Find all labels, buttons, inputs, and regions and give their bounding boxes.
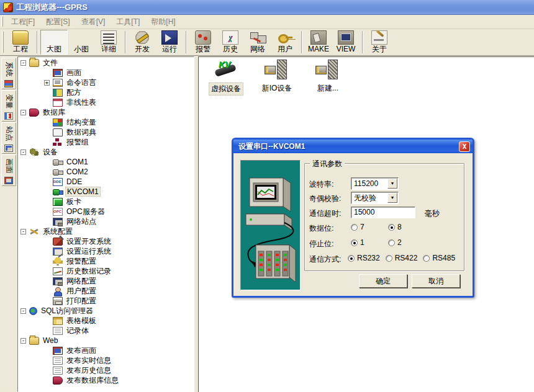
tree-item[interactable]: + 命令语言 [18,78,194,87]
toolbar-button[interactable]: MAKE [305,30,332,55]
cancel-button[interactable]: 取消 [412,274,460,288]
tree-item[interactable]: - 数据库 [18,107,194,117]
device-item[interactable]: 新建... [305,60,350,96]
tree-item[interactable]: 表格模板 [18,316,194,326]
tree-item[interactable]: 配方 [18,87,194,97]
side-tab[interactable]: 变量 [1,90,16,122]
radio-option[interactable]: RS485 [423,254,455,262]
tree-item-label: 发布实时信息 [65,355,112,366]
radio-option[interactable]: 7 [351,223,388,231]
project-icon [12,30,29,45]
timeout-input[interactable]: 15000 [351,207,415,218]
parity-select[interactable]: 无校验 ▼ [351,192,399,204]
toolbar-button[interactable]: 用户 [271,30,299,55]
tree-item[interactable]: 打印配置 [18,296,194,306]
tree-item[interactable]: COM1 [18,157,194,167]
toolbar-button[interactable]: 网络 [244,30,271,55]
toolbar-button[interactable]: 历史 [217,30,244,55]
io-device-icon [265,60,289,81]
screen-icon [53,69,63,77]
tree-expander-icon[interactable]: - [20,338,26,344]
side-tab[interactable]: 系统 [1,58,16,89]
tree-item[interactable]: 设置运行系统 [18,246,194,256]
folder-icon [29,59,39,67]
baud-rate-select[interactable]: 115200 ▼ [351,177,399,190]
tree-item[interactable]: 网络站点 [18,216,194,226]
device-item[interactable]: 新IO设备 [255,60,299,96]
tree-expander-icon[interactable]: - [20,60,26,66]
tree-item[interactable]: 报警配置 [18,256,194,266]
menu-item[interactable]: 查看[V] [76,16,111,28]
radio-icon [351,239,358,246]
chevron-down-icon[interactable]: ▼ [387,193,397,203]
opc-icon [53,208,63,216]
tree-item[interactable]: 发布数据库信息 [18,375,194,385]
side-tab[interactable]: 画面 [1,154,16,186]
close-icon[interactable]: X [459,141,470,152]
tree-item[interactable]: 画面 [18,68,194,78]
menu-item[interactable]: 工程[F] [6,16,40,28]
tree-item[interactable]: OPC服务器 [18,207,194,216]
menu-item[interactable]: 工具[T] [111,16,145,28]
chevron-down-icon[interactable]: ▼ [387,179,397,189]
tree-expander-icon[interactable]: - [20,110,26,115]
toolbar-button[interactable]: 关于 [366,30,393,55]
tree-item[interactable]: - Web [18,336,194,345]
toolbar-button-label: 小图 [74,45,89,53]
tree-item[interactable]: 板卡 [18,197,194,207]
view-icon [338,30,354,45]
toolbar-button-label: 运行 [162,45,177,53]
tree-item[interactable]: 发布画面 [18,345,194,355]
radio-option[interactable]: 8 [388,223,425,231]
tree-item[interactable]: 报警组 [18,137,194,147]
tree-item[interactable]: - 设备 [18,147,194,157]
tree-item[interactable]: 结构变量 [18,117,194,127]
tree-item[interactable]: 网络配置 [18,276,194,286]
device-item[interactable]: 虚拟设备 [204,60,248,96]
tree-item[interactable]: 用户配置 [18,286,194,296]
tree-item[interactable]: 设置开发系统 [18,236,194,246]
comm-mode-label: 通信方式: [309,254,341,265]
toolbar-button[interactable]: 大图 [40,30,68,55]
tree-expander-icon[interactable]: - [20,149,26,155]
toolbar-separator [301,31,302,53]
toolbar-button[interactable]: 运行 [156,30,183,55]
sql-icon [29,307,37,315]
menu-item[interactable]: 配置[S] [40,16,76,28]
toolbar-button[interactable]: 开发 [129,30,156,55]
tree-item[interactable]: - 系统配置 [18,226,194,236]
tree-item[interactable]: 非线性表 [18,97,194,107]
tree-item-label: 板卡 [65,197,83,207]
radio-option[interactable]: 1 [351,238,388,247]
dialog-titlebar: 设置串口--KVCOM1 X [233,140,473,153]
tree-item[interactable]: 发布实时信息 [18,355,194,365]
tree-item[interactable]: DDE [18,177,194,187]
toolbar-button[interactable]: 报警 [189,30,217,55]
tree-item[interactable]: COM2 [18,167,194,177]
tree-item[interactable]: 历史数据记录 [18,266,194,276]
tree-expander-icon[interactable]: + [44,80,50,86]
tree-item[interactable]: 发布历史信息 [18,365,194,375]
toolbar-button[interactable]: VIEW [332,30,360,55]
radio-option[interactable]: RS232 [348,254,380,262]
side-tab[interactable]: 站点 [1,122,16,154]
tree-item[interactable]: - 文件 [18,58,194,68]
toolbar-button[interactable]: 工程 [7,30,34,55]
tree-item[interactable]: - SQL访问管理器 [18,306,194,316]
menu-item[interactable]: 帮助[H] [145,16,181,28]
tree-item[interactable]: 记录体 [18,326,194,336]
radio-option[interactable]: 2 [388,238,425,247]
toolbar-button[interactable]: 小图 [68,30,95,55]
tree-expander-icon[interactable]: - [20,308,26,314]
toolbar-gripper[interactable] [2,32,4,53]
radio-option[interactable]: RS422 [386,254,418,262]
user16-icon [53,287,63,295]
tree-item[interactable]: KVCOM1 [18,187,194,197]
toolbar-button[interactable]: 详细 [95,30,122,55]
bell-icon [53,257,63,265]
tree-item[interactable]: 数据词典 [18,127,194,137]
tree-expander-icon[interactable]: - [20,229,26,234]
menubar-gripper[interactable] [1,17,3,27]
ok-button[interactable]: 确定 [359,274,407,288]
com-icon [53,158,63,166]
